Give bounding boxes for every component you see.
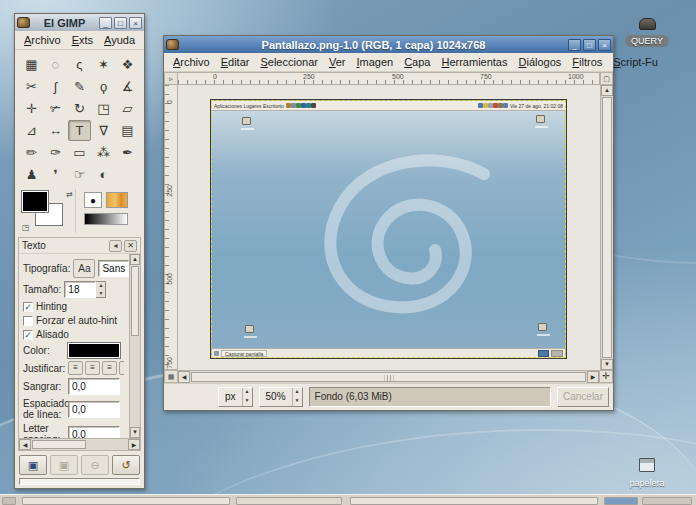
justify-center-button[interactable]: ≡ bbox=[102, 361, 117, 375]
taskbar-segment[interactable] bbox=[604, 497, 638, 505]
tool-paths[interactable]: ʃ bbox=[44, 76, 67, 97]
tool-smudge[interactable]: ☞ bbox=[68, 164, 91, 185]
tool-select-by-color[interactable]: ❖ bbox=[116, 54, 139, 75]
tool-scale[interactable]: ◳ bbox=[92, 98, 115, 119]
tool-eraser[interactable]: ▭ bbox=[68, 142, 91, 163]
tool-bucket-fill[interactable]: ∇ bbox=[92, 120, 115, 141]
scroll-right-icon[interactable]: ▶ bbox=[128, 439, 140, 450]
tool-move[interactable]: ✛ bbox=[20, 98, 43, 119]
texto-vertical-scrollbar[interactable]: ▲ ▼ bbox=[129, 254, 140, 438]
taskbar-segment[interactable] bbox=[350, 497, 598, 505]
image-menu-scriptfu[interactable]: Script-Fu bbox=[608, 54, 663, 70]
justify-right-button[interactable]: ≡ bbox=[85, 361, 100, 375]
scrollbar-thumb[interactable] bbox=[602, 97, 612, 358]
swap-colors-icon[interactable]: ⇄ bbox=[66, 190, 73, 199]
reset-options-button[interactable]: ↺ bbox=[112, 455, 140, 475]
toolbox-titlebar[interactable]: El GIMP _□× bbox=[15, 14, 144, 31]
scroll-down-icon[interactable]: ▼ bbox=[130, 427, 140, 438]
canvas-area[interactable]: ▼▼ Aplicaciones Lugares Escritorio Vie 2… bbox=[178, 85, 600, 370]
letter-spacing-value[interactable]: 0,0 bbox=[68, 426, 120, 439]
scroll-right-icon[interactable]: ▶ bbox=[587, 371, 599, 383]
scroll-left-icon[interactable]: ◀ bbox=[19, 439, 31, 450]
text-color-swatch[interactable] bbox=[68, 343, 120, 358]
default-colors-icon[interactable]: ◳ bbox=[22, 223, 30, 232]
scroll-up-icon[interactable]: ▲ bbox=[130, 254, 140, 265]
justify-fill-button[interactable]: ≡ bbox=[119, 361, 124, 375]
texto-horizontal-scrollbar[interactable]: ◀ ▶ bbox=[19, 438, 140, 450]
line-spacing-value[interactable]: 0,0 bbox=[68, 401, 120, 418]
toolbox-close-button[interactable]: × bbox=[129, 17, 142, 29]
spinner-arrows-icon[interactable]: ▲▼ bbox=[96, 281, 106, 298]
image-close-button[interactable]: × bbox=[598, 39, 611, 51]
indent-value[interactable]: 0,0 bbox=[68, 378, 120, 395]
image-menu-seleccionar[interactable]: Seleccionar bbox=[255, 54, 322, 70]
image-menu-arrow-button[interactable]: ▹ bbox=[164, 72, 178, 85]
pattern-indicator[interactable] bbox=[106, 192, 128, 208]
tool-text[interactable]: T bbox=[68, 120, 91, 141]
tool-perspective[interactable]: ⊿ bbox=[20, 120, 43, 141]
taskbar-segment[interactable] bbox=[22, 497, 230, 505]
unit-combo[interactable]: px ▲▼ bbox=[218, 387, 253, 407]
image-maximize-button[interactable]: □ bbox=[583, 39, 596, 51]
panel-close-button[interactable]: ✕ bbox=[124, 240, 137, 252]
quickmask-toggle-button[interactable]: ▦ bbox=[164, 370, 178, 383]
bottom-taskbar[interactable] bbox=[0, 494, 696, 505]
scrollbar-thumb[interactable] bbox=[191, 372, 586, 382]
image-menu-capa[interactable]: Capa bbox=[399, 54, 435, 70]
tool-rotate[interactable]: ↻ bbox=[68, 98, 91, 119]
horizontal-ruler[interactable]: 02505007501000 bbox=[178, 72, 600, 85]
spinner-arrows-icon[interactable]: ▲▼ bbox=[292, 388, 302, 406]
zoom-fit-toggle-button[interactable]: ▢ bbox=[600, 72, 613, 85]
taskbar-segment[interactable] bbox=[642, 497, 692, 505]
save-options-button[interactable]: ▣ bbox=[19, 455, 47, 475]
image-menu-archivo[interactable]: Archivo bbox=[168, 54, 215, 70]
image-menu-filtros[interactable]: Filtros bbox=[567, 54, 607, 70]
tool-zoom[interactable]: ϙ bbox=[92, 76, 115, 97]
panel-menu-button[interactable]: ◂ bbox=[109, 240, 122, 252]
toolbox-maximize-button[interactable]: □ bbox=[114, 17, 127, 29]
tool-airbrush[interactable]: ⁂ bbox=[92, 142, 115, 163]
delete-options-button[interactable]: ⊖ bbox=[81, 455, 109, 475]
fg-bg-color-selector[interactable]: ⇄ ◳ bbox=[20, 189, 76, 233]
vertical-ruler[interactable]: 0250500750 bbox=[164, 85, 178, 370]
font-preview-button[interactable]: Aa bbox=[73, 259, 95, 278]
image-menu-editar[interactable]: Editar bbox=[216, 54, 255, 70]
tool-ink[interactable]: ✒ bbox=[116, 142, 139, 163]
foreground-color-swatch[interactable] bbox=[22, 191, 48, 212]
desktop-icon-query[interactable]: QUERY bbox=[622, 18, 672, 48]
brush-indicator[interactable]: ● bbox=[84, 192, 102, 208]
tool-rect-select[interactable]: ▦ bbox=[20, 54, 43, 75]
gradient-indicator[interactable] bbox=[84, 213, 128, 225]
tool-gradient[interactable]: ▤ bbox=[116, 120, 139, 141]
image-horizontal-scrollbar[interactable]: ◀ ▶ bbox=[178, 370, 599, 383]
scroll-up-icon[interactable]: ▲ bbox=[601, 85, 613, 96]
justify-left-button[interactable]: ≡ bbox=[68, 361, 83, 375]
autohint-checkbox[interactable] bbox=[23, 316, 33, 326]
tool-dodge-burn[interactable]: ◐ bbox=[92, 164, 115, 185]
scroll-left-icon[interactable]: ◀ bbox=[178, 371, 190, 383]
tool-measure[interactable]: ∡ bbox=[116, 76, 139, 97]
spinner-arrows-icon[interactable]: ▲▼ bbox=[242, 388, 252, 406]
restore-options-button[interactable]: ▣ bbox=[50, 455, 78, 475]
tool-free-select[interactable]: ς bbox=[68, 54, 91, 75]
taskbar-segment[interactable] bbox=[2, 497, 16, 505]
size-spinner[interactable]: 18 ▲▼ bbox=[64, 281, 106, 298]
taskbar-segment[interactable] bbox=[236, 497, 342, 505]
toolbox-menu-archivo[interactable]: Archivo bbox=[19, 32, 66, 48]
tool-fuzzy-select[interactable]: ✶ bbox=[92, 54, 115, 75]
canvas-image[interactable]: Aplicaciones Lugares Escritorio Vie 27 d… bbox=[211, 100, 566, 358]
tool-blur[interactable]: ❜ bbox=[44, 164, 67, 185]
zoom-combo[interactable]: 50% ▲▼ bbox=[259, 387, 303, 407]
font-name-field[interactable]: Sans bbox=[98, 260, 129, 277]
image-menu-dialogos[interactable]: Diálogos bbox=[513, 54, 566, 70]
navigation-pan-button[interactable]: ✛ bbox=[599, 370, 613, 383]
image-menu-herramientas[interactable]: Herramientas bbox=[436, 54, 512, 70]
desktop-icon-trash[interactable]: papelera bbox=[618, 458, 676, 490]
tool-shear[interactable]: ▱ bbox=[116, 98, 139, 119]
antialias-checkbox[interactable]: ✓ bbox=[23, 330, 33, 340]
hinting-checkbox[interactable]: ✓ bbox=[23, 302, 33, 312]
tool-paintbrush[interactable]: ✑ bbox=[44, 142, 67, 163]
scrollbar-thumb[interactable] bbox=[32, 440, 86, 449]
image-minimize-button[interactable]: _ bbox=[568, 39, 581, 51]
image-vertical-scrollbar[interactable]: ▲ ▼ bbox=[600, 85, 613, 370]
